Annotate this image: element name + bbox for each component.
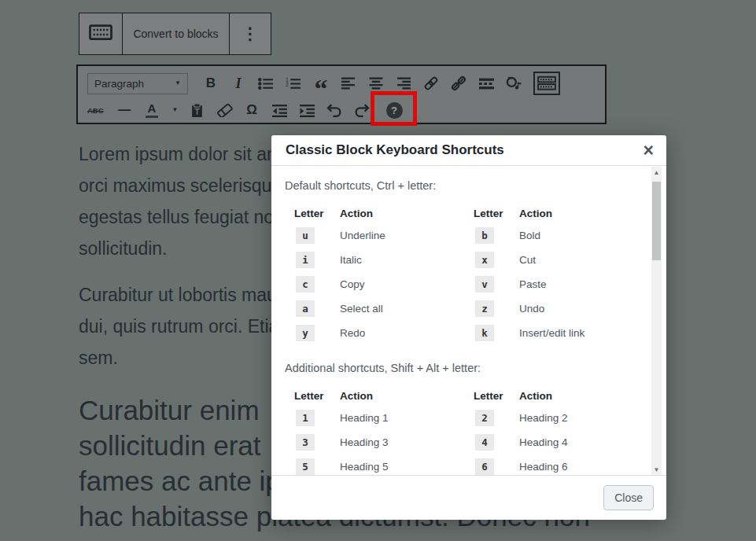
shortcut-key: b [474,223,519,248]
blockquote-icon: “ [315,74,328,93]
help-question-mark: ? [391,105,397,116]
modal-scrollbar[interactable]: ▲ ▼ [651,167,662,475]
keyboard-shortcuts-help-button[interactable]: ? [384,100,404,120]
add-media-button[interactable] [504,73,523,94]
column-header-action: Action [519,386,630,406]
shortcut-key: v [474,272,519,296]
shortcut-key: a [294,296,340,321]
align-center-icon [369,77,383,90]
shortcut-action: Italic [340,248,474,272]
text-color-letter: A [148,102,157,114]
shortcut-key: z [474,296,519,321]
modal-footer: Close [271,475,666,519]
indent-button[interactable] [297,100,316,120]
link-icon [423,75,439,91]
undo-button[interactable] [325,100,344,120]
undo-icon [326,103,342,117]
shortcut-key: 2 [474,406,519,430]
shortcut-action: Copy [340,272,474,296]
blockquote-button[interactable]: “ [312,73,330,94]
align-left-button[interactable] [339,73,358,94]
special-character-button[interactable]: Ω [242,100,261,120]
strikethrough-button[interactable]: ABC [87,100,106,120]
shortcut-key: x [474,248,519,272]
scroll-up-icon[interactable]: ▲ [651,167,662,178]
column-header-letter: Letter [294,204,340,223]
shortcut-key: y [294,321,340,345]
align-center-button[interactable] [367,73,385,94]
text-color-button[interactable]: A [142,100,161,120]
column-header-letter: Letter [474,386,519,406]
keyboard-shortcuts-modal: Classic Block Keyboard Shortcuts × Defau… [271,135,666,520]
shortcut-action: Undo [519,296,630,321]
shortcut-action: Heading 4 [519,430,630,455]
convert-to-blocks-button[interactable]: Convert to blocks [122,13,229,54]
section-label: Default shortcuts, Ctrl + letter: [285,179,630,192]
numbered-list-icon: 12 [286,77,301,90]
more-tag-icon [479,78,494,90]
bold-button[interactable]: B [201,73,220,94]
shortcut-key: k [474,321,519,345]
insert-link-button[interactable] [422,73,441,94]
toolbar-toggle-button[interactable] [533,72,560,95]
horizontal-rule-button[interactable]: — [115,100,134,120]
classic-editor-toolbar: Paragraph ▼ B I 12 “ [76,64,607,124]
chevron-down-icon: ▼ [172,107,179,113]
align-right-button[interactable] [394,73,413,94]
column-header-action: Action [340,204,474,223]
shortcut-action: Heading 2 [519,406,630,430]
shortcut-action: Heading 1 [340,406,474,430]
shortcut-key: c [294,272,340,296]
paragraph-select-value: Paragraph [94,78,144,90]
svg-text:T: T [194,106,200,116]
scroll-down-icon[interactable]: ▼ [651,464,662,475]
remove-link-button[interactable] [449,73,468,94]
shortcut-key: 6 [474,455,519,475]
outdent-button[interactable] [270,100,289,120]
column-header-action: Action [519,204,630,223]
shortcut-key: u [294,223,340,248]
paste-as-text-icon: T [190,103,204,118]
classic-block-button[interactable] [79,13,122,54]
scrollbar-thumb[interactable] [652,182,661,260]
shortcut-action: Heading 6 [519,455,630,475]
paragraph-style-select[interactable]: Paragraph ▼ [87,73,188,94]
modal-body: Default shortcuts, Ctrl + letter: Letter… [271,166,666,475]
eraser-icon [216,104,233,117]
shortcut-table: Letter Action Letter Action u Underline … [285,204,630,345]
shortcut-key: 5 [294,455,340,475]
shortcut-action: Heading 5 [340,455,474,475]
bullet-list-button[interactable] [256,73,275,94]
strikethrough-icon: ABC [87,106,106,115]
redo-button[interactable] [352,100,371,120]
redo-icon [354,103,370,117]
keyboard-icon [89,24,112,43]
shortcut-table: Letter Action Letter Action 1 Heading 1 … [285,386,630,475]
omega-icon: Ω [246,102,257,118]
modal-header: Classic Block Keyboard Shortcuts × [271,135,666,166]
italic-button[interactable]: I [229,73,248,94]
toolbar-row-2: ABC — A ▼ T [87,98,605,122]
shortcut-action: Underline [340,223,474,248]
horizontal-rule-icon: — [118,103,131,117]
shortcut-action: Bold [519,223,630,248]
close-button[interactable]: Close [603,485,654,510]
toolbar-row-1: Paragraph ▼ B I 12 “ [87,72,605,95]
read-more-button[interactable] [477,73,496,94]
unlink-icon [451,75,467,91]
shortcut-key: 4 [474,430,519,455]
numbered-list-button[interactable]: 12 [284,73,303,94]
column-header-action: Action [340,386,474,406]
text-color-icon: A [146,102,158,118]
close-icon[interactable]: × [644,142,654,160]
indent-icon [300,104,315,117]
shortcut-action: Select all [340,296,474,321]
paste-as-text-button[interactable]: T [187,100,206,120]
add-media-icon [506,76,522,90]
clear-formatting-button[interactable] [215,100,234,120]
shortcut-action: Cut [519,248,630,272]
default-shortcuts-section: Default shortcuts, Ctrl + letter: Letter… [285,179,630,345]
block-options-button[interactable]: ⋮ [229,13,271,54]
shortcut-key: 1 [294,406,340,430]
text-color-dropdown-button[interactable]: ▼ [170,100,180,120]
